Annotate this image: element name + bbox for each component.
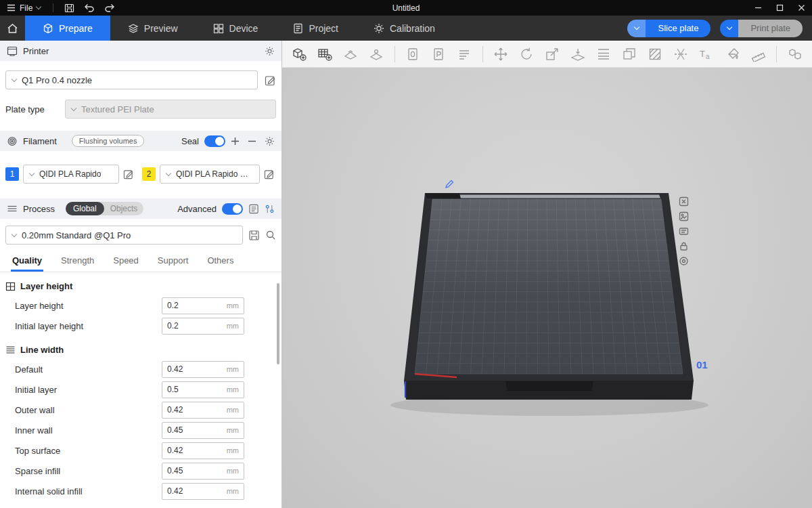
unit-label: mm xyxy=(227,426,239,434)
home-icon xyxy=(7,23,18,34)
slice-options-button[interactable] xyxy=(627,20,646,37)
undo-button[interactable] xyxy=(79,0,99,16)
tab-project[interactable]: Project xyxy=(275,16,356,41)
edit-filament-2-icon[interactable] xyxy=(264,169,275,179)
outer-wall-line-width-field[interactable]: mm xyxy=(162,402,244,419)
default-line-width-field[interactable]: mm xyxy=(162,361,244,378)
auto-arrange-icon[interactable] xyxy=(343,46,359,62)
process-preset-select[interactable]: 0.20mm Standard @Q1 Pro xyxy=(5,226,243,245)
print-options-button[interactable] xyxy=(720,20,738,37)
variable-layer-height-icon[interactable] xyxy=(595,46,611,62)
measure-icon[interactable] xyxy=(750,46,766,62)
initial-layer-height-input[interactable] xyxy=(167,321,215,331)
scale-icon[interactable] xyxy=(544,46,560,62)
tab-prepare[interactable]: Prepare xyxy=(25,16,110,41)
scope-global-button[interactable]: Global xyxy=(66,202,104,215)
printer-preset-select[interactable]: Q1 Pro 0.4 nozzle xyxy=(5,70,258,89)
save-preset-icon[interactable] xyxy=(248,230,260,241)
initial-layer-height-field[interactable]: mm xyxy=(162,318,244,335)
top-surface-line-width-field[interactable]: mm xyxy=(162,442,244,459)
default-line-width-input[interactable] xyxy=(167,364,215,374)
layer-height-input[interactable] xyxy=(167,301,215,310)
add-object-icon[interactable] xyxy=(292,46,307,62)
internal-solid-infill-line-width-input[interactable] xyxy=(167,486,215,496)
clone-icon[interactable] xyxy=(621,46,637,62)
layer-height-icon xyxy=(5,282,16,291)
top-surface-line-width-input[interactable] xyxy=(167,446,215,455)
internal-solid-infill-line-width-field[interactable]: mm xyxy=(162,483,244,500)
seal-toggle[interactable] xyxy=(204,135,225,147)
tab-support[interactable]: Support xyxy=(148,251,198,272)
inner-wall-line-width-field[interactable]: mm xyxy=(162,422,244,439)
add-filament-icon[interactable] xyxy=(231,137,240,146)
maximize-button[interactable] xyxy=(769,0,790,16)
tab-device[interactable]: Device xyxy=(196,16,276,41)
plate-type-select[interactable]: Textured PEI Plate xyxy=(65,100,276,119)
filament-settings-gear-icon[interactable] xyxy=(265,136,275,146)
parameter-list-icon[interactable] xyxy=(248,204,259,214)
lay-flat-icon[interactable] xyxy=(570,46,585,62)
slice-plate-button[interactable]: Slice plate xyxy=(646,20,710,37)
initial-layer-line-width-field[interactable]: mm xyxy=(162,381,244,398)
edit-plate-name-button[interactable] xyxy=(445,179,454,189)
home-button[interactable] xyxy=(0,16,25,41)
delete-plate-icon[interactable] xyxy=(677,195,690,207)
edit-printer-icon[interactable] xyxy=(265,75,276,86)
layer-height-field[interactable]: mm xyxy=(162,297,244,314)
add-plate-icon[interactable] xyxy=(317,46,333,62)
assembly-icon[interactable] xyxy=(787,46,803,62)
infill-icon[interactable] xyxy=(647,46,662,62)
edit-filament-1-icon[interactable] xyxy=(123,169,134,179)
redo-button[interactable] xyxy=(99,0,120,16)
minimize-button[interactable] xyxy=(747,0,769,16)
plate-number-label[interactable]: 01 xyxy=(696,359,708,371)
remove-filament-icon[interactable] xyxy=(248,137,256,146)
tab-speed[interactable]: Speed xyxy=(104,251,148,272)
move-icon[interactable] xyxy=(493,46,509,62)
filament-2-select[interactable]: QIDI PLA Rapido M... xyxy=(160,165,260,184)
unit-label: mm xyxy=(227,385,239,394)
arrange-plate-icon[interactable] xyxy=(677,210,690,222)
filament-1-color-swatch[interactable]: 1 xyxy=(5,167,19,181)
list-view-icon[interactable] xyxy=(457,46,472,62)
filament-1-select[interactable]: QIDI PLA Rapido xyxy=(23,165,119,184)
paint-icon[interactable] xyxy=(725,46,740,62)
sidebar-scrollbar[interactable] xyxy=(277,283,279,364)
label-parts-icon[interactable] xyxy=(431,46,447,62)
auto-orient-icon[interactable] xyxy=(369,46,384,62)
sparse-infill-line-width-field[interactable]: mm xyxy=(162,463,244,480)
rotate-icon[interactable] xyxy=(519,46,535,62)
close-button[interactable] xyxy=(790,0,812,16)
cut-icon[interactable] xyxy=(673,46,688,62)
tab-preview[interactable]: Preview xyxy=(110,16,196,41)
text-icon[interactable]: Ta xyxy=(698,46,715,62)
line-width-group-header[interactable]: Line width xyxy=(0,336,281,359)
rename-plate-icon[interactable] xyxy=(677,225,690,237)
tab-calibration[interactable]: Calibration xyxy=(356,16,453,41)
print-plate-button[interactable]: Print plate xyxy=(738,20,803,37)
save-project-button[interactable] xyxy=(59,0,79,16)
lock-plate-icon[interactable] xyxy=(677,240,690,252)
initial-layer-line-width-input[interactable] xyxy=(167,385,215,394)
layer-height-group-header[interactable]: Layer height xyxy=(0,272,281,295)
build-plate-3d[interactable] xyxy=(282,41,811,508)
compare-presets-icon[interactable] xyxy=(265,204,275,214)
scope-objects-button[interactable]: Objects xyxy=(104,203,144,215)
label-objects-icon[interactable] xyxy=(405,46,421,62)
tab-strength[interactable]: Strength xyxy=(51,251,104,272)
outer-wall-line-width-input[interactable] xyxy=(167,405,215,415)
search-icon[interactable] xyxy=(265,230,276,240)
filament-2-color-swatch[interactable]: 2 xyxy=(142,167,156,181)
file-menu[interactable]: File xyxy=(0,0,47,16)
param-label: Default xyxy=(15,364,162,375)
flushing-volumes-button[interactable]: Flushing volumes xyxy=(72,135,145,147)
viewport-3d[interactable]: Ta xyxy=(282,41,812,508)
inner-wall-line-width-input[interactable] xyxy=(167,425,215,435)
tab-quality[interactable]: Quality xyxy=(3,251,51,272)
plate-settings-icon[interactable] xyxy=(677,255,690,267)
tab-others[interactable]: Others xyxy=(198,251,243,272)
advanced-toggle[interactable] xyxy=(222,203,243,215)
printer-settings-gear-icon[interactable] xyxy=(265,46,275,56)
settings-sidebar: Printer Q1 Pro 0.4 nozzle Plate type Tex… xyxy=(0,41,282,508)
sparse-infill-line-width-input[interactable] xyxy=(167,466,215,475)
